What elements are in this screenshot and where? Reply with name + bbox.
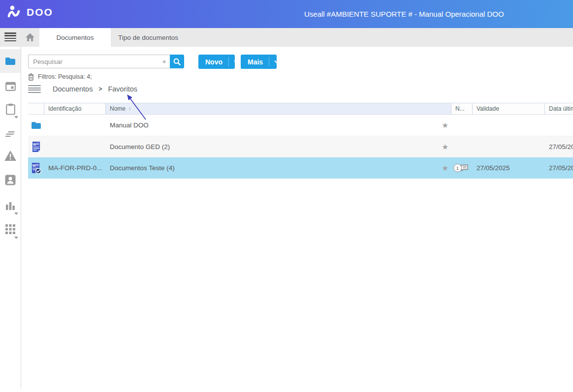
folder-icon xyxy=(5,57,16,65)
data-ultima-cell: 27/05/2025 xyxy=(545,136,573,157)
breadcrumb: Documentos > Favoritos xyxy=(28,83,139,95)
validade-cell xyxy=(473,136,545,157)
svg-text:W: W xyxy=(32,163,36,167)
tab-label: Documentos xyxy=(57,34,94,41)
home-icon[interactable] xyxy=(25,32,35,42)
identificacao-cell xyxy=(44,115,106,136)
word-document-icon: W xyxy=(32,141,41,152)
svg-text:W: W xyxy=(33,142,37,147)
chevron-down-icon xyxy=(14,212,18,215)
tab-documentos[interactable]: Documentos xyxy=(39,28,111,47)
column-header-validade[interactable]: Validade xyxy=(473,103,545,114)
novo-button[interactable]: Novo xyxy=(198,55,235,69)
breadcrumb-menu-icon[interactable] xyxy=(28,85,41,93)
window-title: Useall #AMBIENTE SUPORTE # - Manual Oper… xyxy=(304,10,504,18)
bar-chart-icon xyxy=(5,201,15,211)
document-name: Manual DOO xyxy=(110,121,149,129)
useall-wave-logo-icon xyxy=(7,5,22,20)
identificacao-cell xyxy=(44,136,106,157)
app-header: DOO Useall #AMBIENTE SUPORTE # - Manual … xyxy=(0,0,573,28)
tab-tipo-de-documentos[interactable]: Tipo de documentos xyxy=(111,28,186,47)
tab-bar: Documentos Tipo de documentos xyxy=(0,28,573,47)
logo-text: DOO xyxy=(27,6,53,18)
word-document-check-icon: W xyxy=(31,162,41,174)
breadcrumb-item-documentos[interactable]: Documentos xyxy=(51,85,95,93)
column-header-nome[interactable]: Nome ↑ xyxy=(106,103,451,114)
trash-icon[interactable] xyxy=(28,73,34,81)
nome-cell: Documento GED (2) ★ xyxy=(106,136,451,157)
chevron-down-icon xyxy=(14,116,18,119)
nome-cell: Manual DOO ★ xyxy=(106,115,451,136)
folder-icon xyxy=(31,121,41,129)
data-ultima-cell xyxy=(545,115,573,136)
main-content: + Novo Mais xyxy=(21,47,573,392)
calendar-icon xyxy=(5,82,16,91)
search-field-wrap: + xyxy=(28,55,170,68)
column-label: Nome xyxy=(110,105,126,112)
table-header: Identificação Nome ↑ N... Validade Data … xyxy=(28,103,573,115)
mais-button[interactable]: Mais xyxy=(241,55,277,69)
favorite-star-icon[interactable]: ★ xyxy=(442,121,448,130)
nome-cell: Documentos Teste (4) ★ xyxy=(106,157,451,179)
filters-bar: Filtros: Pesquisa: 4; xyxy=(28,72,92,81)
document-name: Documentos Teste (4) xyxy=(110,164,175,172)
column-header-identificacao[interactable]: Identificação xyxy=(44,103,106,114)
add-filter-icon[interactable]: + xyxy=(162,57,166,65)
sort-asc-icon: ↑ xyxy=(128,106,131,112)
search-button[interactable] xyxy=(170,55,184,68)
comments-indicator[interactable]: 1 xyxy=(453,164,469,172)
sidebar-item-reports[interactable] xyxy=(0,193,21,218)
filters-text: Filtros: Pesquisa: 4; xyxy=(38,73,92,80)
row-type-cell: W xyxy=(28,136,44,157)
documents-table: Identificação Nome ↑ N... Validade Data … xyxy=(28,103,573,179)
column-header-icon[interactable] xyxy=(28,103,44,114)
comments-cell xyxy=(451,136,473,157)
sidebar-item-alerts[interactable] xyxy=(0,144,21,167)
sidebar-item-documents[interactable] xyxy=(0,49,21,73)
sidebar-item-contacts[interactable] xyxy=(0,169,21,191)
breadcrumb-item-favoritos[interactable]: Favoritos xyxy=(106,85,139,93)
sidebar-item-apps[interactable] xyxy=(0,216,21,242)
app-window: DOO Useall #AMBIENTE SUPORTE # - Manual … xyxy=(0,0,573,392)
slanted-lines-icon xyxy=(5,131,16,138)
validade-cell xyxy=(473,115,545,136)
data-ultima-cell: 27/05/2025 xyxy=(545,157,573,179)
sidebar xyxy=(0,47,21,389)
chevron-down-icon[interactable] xyxy=(269,60,285,64)
sidebar-item-calendar[interactable] xyxy=(0,75,21,97)
warning-triangle-icon xyxy=(4,150,17,161)
contact-card-icon xyxy=(5,175,16,185)
favorite-star-icon[interactable]: ★ xyxy=(442,164,448,173)
chevron-down-icon xyxy=(14,237,18,239)
row-type-cell xyxy=(28,115,44,136)
main-menu-icon[interactable] xyxy=(4,32,16,42)
breadcrumb-separator: > xyxy=(98,86,102,92)
table-row-selected[interactable]: W MA-FOR-PRD-0... Documentos Teste (4) ★ xyxy=(28,157,573,179)
validade-cell: 27/05/2025 xyxy=(473,157,545,179)
row-type-cell: W xyxy=(28,157,44,179)
column-header-n[interactable]: N... xyxy=(451,103,473,114)
comments-cell xyxy=(451,115,473,136)
apps-grid-icon xyxy=(5,224,16,235)
novo-label: Novo xyxy=(198,58,228,66)
app-logo: DOO xyxy=(7,5,53,20)
tab-label: Tipo de documentos xyxy=(118,34,178,41)
sidebar-item-clipboard[interactable] xyxy=(0,97,21,121)
table-row[interactable]: W Documento GED (2) ★ 27/05/2025 xyxy=(28,136,573,157)
comment-count-badge: 1 xyxy=(453,164,462,172)
favorite-star-icon[interactable]: ★ xyxy=(442,143,448,151)
comments-cell: 1 xyxy=(451,157,473,179)
sidebar-item-lists[interactable] xyxy=(0,123,21,146)
clipboard-icon xyxy=(6,103,15,115)
column-header-data-ultima[interactable]: Data última xyxy=(545,103,573,114)
search-input[interactable] xyxy=(28,55,170,68)
table-row[interactable]: Manual DOO ★ xyxy=(28,115,573,136)
mais-label: Mais xyxy=(241,58,269,66)
document-name: Documento GED (2) xyxy=(110,143,170,151)
magnifier-icon xyxy=(173,58,181,65)
identificacao-cell: MA-FOR-PRD-0... xyxy=(44,157,106,179)
